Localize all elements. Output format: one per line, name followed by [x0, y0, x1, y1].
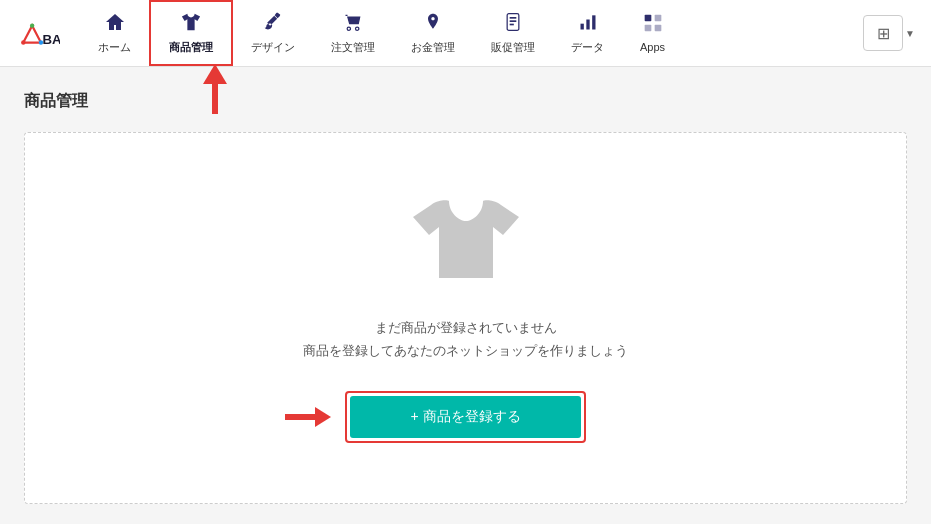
svg-text:BASE: BASE — [42, 32, 60, 47]
apps-icon — [642, 13, 664, 38]
arrow-annotation-products — [203, 64, 227, 114]
svg-rect-8 — [510, 23, 514, 25]
logo[interactable]: BASE — [16, 13, 60, 53]
svg-rect-11 — [592, 15, 595, 29]
nav-label-products: 商品管理 — [169, 40, 213, 55]
nav-label-design: デザイン — [251, 40, 295, 55]
shop-icon: ⊞ — [877, 24, 890, 43]
register-product-button[interactable]: + 商品を登録する — [350, 396, 580, 438]
svg-rect-12 — [644, 15, 651, 22]
nav-label-home: ホーム — [98, 40, 131, 55]
money-icon — [422, 12, 444, 37]
page-title: 商品管理 — [24, 91, 907, 112]
nav-item-apps[interactable]: Apps — [622, 0, 683, 66]
svg-rect-10 — [586, 19, 589, 29]
nav-label-orders: 注文管理 — [331, 40, 375, 55]
nav-label-money: お金管理 — [411, 40, 455, 55]
svg-point-2 — [30, 23, 34, 27]
svg-marker-0 — [23, 26, 41, 43]
nav-label-promotion: 販促管理 — [491, 40, 535, 55]
tshirt-nav-icon — [180, 12, 202, 37]
nav-item-home[interactable]: ホーム — [80, 0, 149, 66]
empty-text-line2: 商品を登録してあなたのネットショップを作りましょう — [303, 343, 628, 358]
nav-item-data[interactable]: データ — [553, 0, 622, 66]
nav-item-money[interactable]: お金管理 — [393, 0, 473, 66]
arrow-right-head — [315, 407, 331, 427]
nav-item-orders[interactable]: 注文管理 — [313, 0, 393, 66]
main-nav: ホーム 商品管理 デザイン 注文管理 お — [80, 0, 863, 66]
header: BASE ホーム 商品管理 デザイン — [0, 0, 931, 67]
arrow-right-annotation — [285, 407, 331, 427]
svg-rect-9 — [580, 23, 583, 29]
orders-icon — [342, 12, 364, 37]
arrow-up — [203, 64, 227, 84]
design-icon — [262, 12, 284, 37]
svg-rect-15 — [654, 25, 661, 32]
shop-button[interactable]: ⊞ — [863, 15, 903, 51]
register-button-wrapper: + 商品を登録する — [345, 391, 585, 443]
svg-rect-14 — [644, 25, 651, 32]
svg-rect-6 — [510, 17, 517, 19]
arrow-shaft — [212, 84, 218, 114]
dropdown-arrow[interactable]: ▼ — [905, 28, 915, 39]
register-area: + 商品を登録する — [345, 391, 585, 443]
nav-item-products[interactable]: 商品管理 — [149, 0, 233, 66]
promotion-icon — [502, 12, 524, 37]
empty-state-text: まだ商品が登録されていません 商品を登録してあなたのネットショップを作りましょう — [303, 316, 628, 363]
arrow-right-shaft — [285, 414, 315, 420]
header-right: ⊞ ▼ — [863, 15, 915, 51]
svg-rect-13 — [654, 15, 661, 22]
main-card: まだ商品が登録されていません 商品を登録してあなたのネットショップを作りましょう… — [24, 132, 907, 504]
empty-text-line1: まだ商品が登録されていません — [375, 320, 557, 335]
home-icon — [104, 12, 126, 37]
svg-point-1 — [21, 40, 25, 44]
nav-label-apps: Apps — [640, 41, 665, 53]
page-content: 商品管理 まだ商品が登録されていません 商品を登録してあなたのネットショップを作… — [0, 67, 931, 524]
nav-label-data: データ — [571, 40, 604, 55]
nav-item-promotion[interactable]: 販促管理 — [473, 0, 553, 66]
tshirt-empty-icon — [411, 193, 521, 288]
data-icon — [577, 12, 599, 37]
nav-item-design[interactable]: デザイン — [233, 0, 313, 66]
svg-rect-7 — [510, 20, 517, 22]
